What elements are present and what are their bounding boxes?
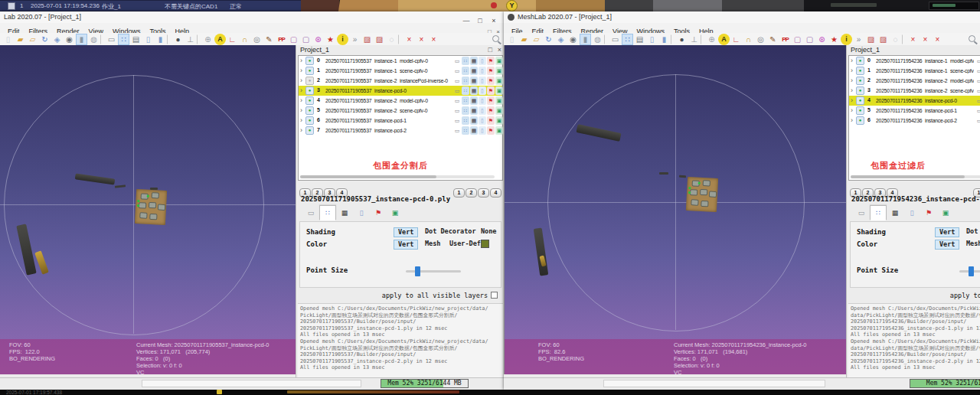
monitor-mini-icon[interactable]: ▣ <box>495 57 503 65</box>
flag-mini-icon[interactable]: ⚑ <box>487 87 495 95</box>
expand-arrow-icon[interactable]: › <box>851 76 853 86</box>
monitor-mini-icon[interactable]: ▣ <box>495 116 503 125</box>
select-delete-face-icon[interactable]: ▨ <box>361 34 373 45</box>
paint-icon[interactable]: ✎ <box>263 34 275 45</box>
flag-mini-icon[interactable]: ⚑ <box>487 126 495 135</box>
visibility-eye-icon[interactable]: ● <box>305 77 314 85</box>
layer-row[interactable]: › ● 1 20250701171905537_instance-1_scene… <box>299 66 502 76</box>
expand-arrow-icon[interactable]: › <box>851 56 853 66</box>
points-mini-icon[interactable]: ∷ <box>462 96 469 105</box>
tab-flag[interactable]: ⚑ <box>370 205 387 220</box>
shading-dot-button[interactable]: Dot Decorator <box>425 227 476 235</box>
save-icon[interactable]: ◈ <box>51 34 63 45</box>
bbox-mini-icon[interactable]: ▭ <box>975 57 980 65</box>
expand-arrow-icon[interactable]: › <box>300 86 302 96</box>
horizontal-scrollbar[interactable] <box>300 175 495 178</box>
points-view-icon[interactable]: ∷ <box>622 34 633 45</box>
shaded-view-icon[interactable]: ▮ <box>580 34 591 45</box>
layer-row[interactable]: › ● 2 20250701171954236_instance-2_model… <box>849 76 980 86</box>
points-mini-icon[interactable]: ∷ <box>462 57 469 65</box>
tab-flat[interactable]: ▯ <box>353 205 370 220</box>
visibility-eye-icon[interactable]: ● <box>305 96 314 105</box>
layer-row[interactable]: › ● 5 20250701171905537_instance-2_scene… <box>299 106 502 116</box>
color-mesh-button[interactable]: Mesh <box>425 240 440 247</box>
shading-none-button[interactable]: None <box>481 227 496 235</box>
points-mini-icon[interactable]: ∷ <box>462 126 469 135</box>
visibility-eye-icon[interactable]: ● <box>305 67 314 75</box>
smooth-shading-icon[interactable]: ▮ <box>658 34 670 45</box>
task-row[interactable]: 1 2025-07-01 17:19:54.236 作业_1 不需关键点的CAD… <box>0 1 301 11</box>
monitor-mini-icon[interactable]: ▣ <box>495 87 503 95</box>
import-mesh-icon[interactable]: ▱ <box>531 34 542 45</box>
texture-mini-icon[interactable]: ▦ <box>470 126 478 135</box>
layer-row[interactable]: › ● 5 20250701171954236_instance-pcd-1 ▭… <box>849 106 980 116</box>
visibility-eye-icon[interactable]: ● <box>856 77 864 85</box>
light-toggle-icon[interactable]: ● <box>676 34 688 45</box>
paint-icon[interactable]: ✎ <box>767 34 779 45</box>
layer-row[interactable]: › ● 2 20250701171905537_instance-2_insta… <box>299 76 502 86</box>
panel-float-button[interactable]: □ <box>488 46 492 54</box>
new-project-icon[interactable]: ▯ <box>506 34 518 45</box>
expand-arrow-icon[interactable]: › <box>300 106 302 116</box>
expand-arrow-icon[interactable]: › <box>300 116 302 126</box>
pick-point-icon[interactable]: » <box>349 34 361 45</box>
visibility-eye-icon[interactable]: ● <box>856 57 864 65</box>
flag-mini-icon[interactable]: ⚑ <box>487 96 495 105</box>
camera-icon[interactable]: ◎ <box>251 34 263 45</box>
flag-mini-icon[interactable]: ⚑ <box>487 57 495 65</box>
select-delete-vert-icon[interactable]: ▨ <box>374 34 385 45</box>
expand-arrow-icon[interactable]: › <box>851 86 853 96</box>
layer-row[interactable]: › ● 3 20250701171954236_instance-2_scene… <box>849 86 980 96</box>
viewport-3d[interactable]: FOV: 60 FPS: 82.6 BO_RENDERING Current M… <box>504 45 847 374</box>
bbox-mini-icon[interactable]: ▭ <box>453 116 461 125</box>
new-project-icon[interactable]: ▯ <box>2 34 14 45</box>
expand-arrow-icon[interactable]: › <box>300 96 302 106</box>
info-badge-icon[interactable]: i <box>841 34 852 45</box>
measure-icon[interactable]: ∟ <box>730 34 742 45</box>
save-icon[interactable]: ◈ <box>555 34 567 45</box>
lasso-icon[interactable]: ◌ <box>386 34 397 45</box>
page-button[interactable]: 3 <box>478 188 489 198</box>
points-mini-icon[interactable]: ∷ <box>462 87 469 95</box>
reload-icon[interactable]: ↻ <box>39 34 51 45</box>
snapshot-icon[interactable]: ◉ <box>64 34 75 45</box>
camera-icon[interactable]: ◎ <box>755 34 766 45</box>
color-vert-button[interactable]: Vert <box>394 240 418 250</box>
visibility-eye-icon[interactable]: ● <box>305 126 314 135</box>
visibility-eye-icon[interactable]: ● <box>856 106 864 115</box>
delete-selected-icon[interactable]: × <box>920 34 931 45</box>
horizontal-scrollbar[interactable] <box>851 175 980 178</box>
tab-points[interactable]: ∷ <box>870 205 887 220</box>
flat-mini-icon[interactable]: ▯ <box>479 106 486 115</box>
visibility-eye-icon[interactable]: ● <box>856 96 864 105</box>
visibility-eye-icon[interactable]: ● <box>856 67 864 75</box>
visibility-eye-icon[interactable]: ● <box>305 116 314 125</box>
point-size-slider[interactable] <box>959 270 980 273</box>
toolbar-icon[interactable] <box>100 34 105 44</box>
slider-handle[interactable] <box>415 266 420 276</box>
expand-arrow-icon[interactable]: › <box>300 126 302 135</box>
layer-row[interactable]: › ● 6 20250701171954236_instance-pcd-2 ▭… <box>849 116 980 126</box>
page-button[interactable]: 4 <box>490 188 501 198</box>
select-faces-icon[interactable]: ▢ <box>804 34 815 45</box>
titlebar[interactable]: Lab 2020.07 - [Project_1] —□× <box>0 11 504 24</box>
texture-mini-icon[interactable]: ▦ <box>470 116 478 125</box>
expand-arrow-icon[interactable]: › <box>851 96 853 106</box>
monitor-mini-icon[interactable]: ▣ <box>495 126 503 135</box>
bbox-mini-icon[interactable]: ▭ <box>453 106 461 115</box>
color-mesh-button[interactable]: Mesh <box>966 240 980 247</box>
annotation-badge-icon[interactable]: A <box>718 34 730 45</box>
expand-arrow-icon[interactable]: › <box>300 66 302 76</box>
expand-arrow-icon[interactable]: › <box>851 66 853 76</box>
layer-row[interactable]: › ● 1 20250701171954236_instance-1_scene… <box>849 66 980 76</box>
tab-flat[interactable]: ▯ <box>903 205 920 220</box>
monitor-mini-icon[interactable]: ▣ <box>495 96 503 105</box>
background-input-box[interactable] <box>929 2 979 10</box>
import-mesh-icon[interactable]: ▱ <box>27 34 38 45</box>
snapshot-icon[interactable]: ◉ <box>567 34 579 45</box>
favorites-icon[interactable]: ★ <box>828 34 840 45</box>
axis-toggle-icon[interactable]: ⊥ <box>688 34 700 45</box>
bbox-mini-icon[interactable]: ▭ <box>453 126 461 135</box>
tab-points[interactable]: ∷ <box>319 205 336 220</box>
open-project-icon[interactable]: ▰ <box>15 34 26 45</box>
